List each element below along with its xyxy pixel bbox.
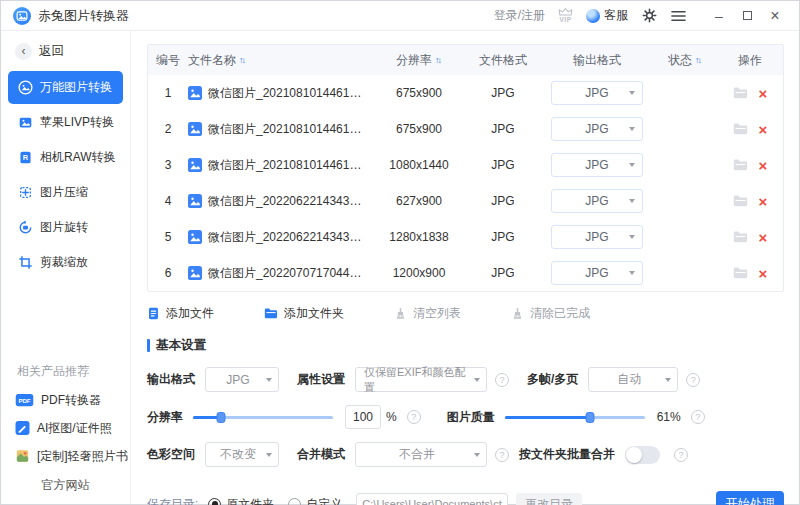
- output-format-dropdown[interactable]: JPG: [205, 367, 279, 392]
- help-icon[interactable]: ?: [407, 410, 421, 424]
- app-title: 赤兔图片转换器: [38, 7, 129, 25]
- back-button[interactable]: ‹ 返回: [1, 39, 130, 70]
- svg-text:R: R: [23, 153, 29, 162]
- sidebar-item-universal-convert[interactable]: 万能图片转换: [8, 71, 123, 104]
- radio-original-folder[interactable]: 原文件夹: [208, 496, 274, 505]
- open-folder-icon[interactable]: [733, 195, 748, 207]
- resolution-label: 分辨率: [147, 409, 183, 426]
- sidebar-item-label: 相机RAW转换: [40, 149, 116, 166]
- change-directory-button[interactable]: 更改目录: [516, 493, 582, 505]
- open-folder-icon[interactable]: [733, 267, 748, 279]
- delete-icon[interactable]: ×: [759, 230, 768, 245]
- output-format-select[interactable]: JPG: [551, 261, 643, 285]
- sort-icon[interactable]: ↑↓: [435, 55, 442, 65]
- resolution-slider[interactable]: [193, 410, 333, 424]
- quality-slider[interactable]: [505, 410, 645, 424]
- output-format-select[interactable]: JPG: [551, 189, 643, 213]
- radio-custom-label: 自定义: [306, 496, 342, 505]
- chevron-down-icon: [474, 378, 480, 382]
- header-status[interactable]: 状态↑↓: [653, 52, 717, 69]
- settings-gear-icon[interactable]: [641, 8, 657, 24]
- file-resolution: 675x900: [373, 122, 465, 136]
- open-folder-icon[interactable]: [733, 123, 748, 135]
- maximize-button[interactable]: [733, 3, 761, 29]
- image-file-icon: [188, 86, 202, 100]
- image-file-icon: [188, 122, 202, 136]
- sidebar-item-ai-cutout[interactable]: AI抠图/证件照: [1, 414, 130, 442]
- sidebar-item-rotate[interactable]: 图片旋转: [8, 211, 123, 244]
- help-icon[interactable]: ?: [495, 373, 509, 387]
- header-filename[interactable]: 文件名称↑↓: [188, 52, 373, 69]
- help-icon[interactable]: ?: [691, 410, 705, 424]
- output-format-select[interactable]: JPG: [551, 81, 643, 105]
- open-folder-icon[interactable]: [733, 159, 748, 171]
- sort-icon[interactable]: ↑↓: [695, 55, 702, 65]
- delete-icon[interactable]: ×: [759, 266, 768, 281]
- login-register-link[interactable]: 登录/注册: [494, 7, 545, 24]
- crop-icon: [18, 255, 33, 270]
- sidebar-item-pdf-converter[interactable]: PDF PDF转换器: [1, 386, 130, 414]
- resolution-unit: %: [386, 410, 397, 424]
- output-format-select[interactable]: JPG: [551, 225, 643, 249]
- sidebar-item-livp-convert[interactable]: 苹果LIVP转换: [8, 106, 123, 139]
- sidebar: ‹ 返回 万能图片转换 苹果LIVP转换 R 相机RAW转换 图片压缩 图: [1, 31, 131, 504]
- minimize-button[interactable]: –: [705, 3, 733, 29]
- slider-thumb[interactable]: [586, 412, 595, 423]
- add-file-button[interactable]: 添加文件: [147, 305, 214, 322]
- help-icon[interactable]: ?: [674, 448, 688, 462]
- sort-icon[interactable]: ↑↓: [239, 55, 246, 65]
- help-icon[interactable]: ?: [495, 448, 509, 462]
- related-products-header: 相关产品推荐: [1, 363, 130, 386]
- start-process-button[interactable]: 开始处理: [716, 491, 784, 505]
- settings-row-sliders: 分辨率 % ? 图片质量 61% ?: [147, 405, 784, 429]
- delete-icon[interactable]: ×: [759, 122, 768, 137]
- sidebar-item-crop[interactable]: 剪裁缩放: [8, 246, 123, 279]
- vip-label: VIP: [560, 17, 572, 24]
- output-format-select[interactable]: JPG: [551, 117, 643, 141]
- header-resolution[interactable]: 分辨率↑↓: [373, 52, 465, 69]
- output-format-select[interactable]: JPG: [551, 153, 643, 177]
- batch-merge-toggle[interactable]: [625, 446, 660, 464]
- basic-settings-header: 基本设置: [147, 337, 784, 354]
- delete-icon[interactable]: ×: [759, 86, 768, 101]
- support-icon: [586, 9, 600, 23]
- delete-icon[interactable]: ×: [759, 194, 768, 209]
- titlebar: 赤兔图片转换器 登录/注册 VIP 客服 – ×: [1, 1, 799, 31]
- compress-icon: [18, 185, 33, 200]
- output-format-value: JPG: [585, 86, 608, 100]
- radio-custom-folder[interactable]: 自定义: [288, 496, 342, 505]
- colorspace-dropdown[interactable]: 不改变: [205, 442, 279, 467]
- table-row: 2 微信图片_20210810144617 (复制)_赤兔... 675x900…: [148, 111, 783, 147]
- delete-icon[interactable]: ×: [759, 158, 768, 173]
- open-folder-icon[interactable]: [733, 87, 748, 99]
- sidebar-item-label: 万能图片转换: [40, 79, 112, 96]
- add-folder-icon: [264, 308, 278, 319]
- merge-mode-dropdown[interactable]: 不合并: [355, 442, 487, 467]
- multiframe-dropdown[interactable]: 自动: [588, 367, 678, 392]
- add-folder-button[interactable]: 添加文件夹: [264, 305, 344, 322]
- help-icon[interactable]: ?: [686, 373, 700, 387]
- save-path-input[interactable]: [356, 493, 508, 505]
- slider-thumb[interactable]: [217, 412, 226, 423]
- header-action: 操作: [717, 52, 783, 69]
- sidebar-item-raw-convert[interactable]: R 相机RAW转换: [8, 141, 123, 174]
- support-button[interactable]: 客服: [586, 7, 628, 24]
- clear-completed-button[interactable]: 清除已完成: [511, 305, 590, 322]
- resolution-percent-input[interactable]: [345, 405, 381, 429]
- clear-list-button[interactable]: 清空列表: [394, 305, 461, 322]
- property-settings-dropdown[interactable]: 仅保留EXIF和颜色配置: [355, 367, 487, 392]
- official-site-link[interactable]: 官方网站: [1, 470, 130, 500]
- menu-hamburger-icon[interactable]: [670, 8, 686, 24]
- file-index: 2: [148, 122, 188, 136]
- vip-button[interactable]: VIP: [558, 8, 573, 24]
- sidebar-item-photobook[interactable]: [定制]轻奢照片书: [1, 442, 130, 470]
- apple-livp-icon: [18, 115, 33, 130]
- open-folder-icon[interactable]: [733, 231, 748, 243]
- add-folder-label: 添加文件夹: [284, 305, 344, 322]
- close-button[interactable]: ×: [761, 3, 789, 29]
- header-index: 编号: [148, 52, 188, 69]
- chevron-down-icon: [629, 163, 635, 167]
- sidebar-item-compress[interactable]: 图片压缩: [8, 176, 123, 209]
- settings-row-color-merge: 色彩空间 不改变 合并模式 不合并 ? 按文件夹批量合并 ?: [147, 442, 784, 467]
- sidebar-item-label: 苹果LIVP转换: [40, 114, 114, 131]
